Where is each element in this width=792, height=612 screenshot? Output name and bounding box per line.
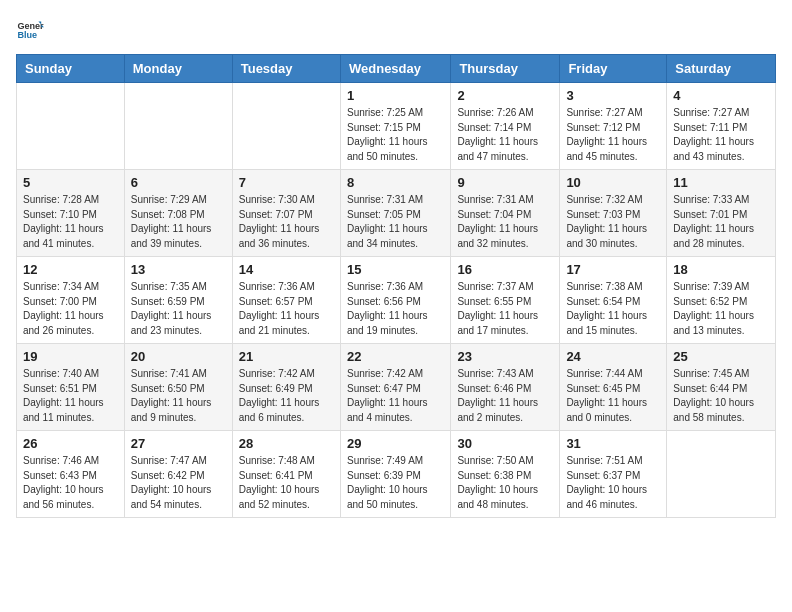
calendar-cell: 14Sunrise: 7:36 AM Sunset: 6:57 PM Dayli… [232,257,340,344]
calendar-cell [667,431,776,518]
calendar-week-row: 26Sunrise: 7:46 AM Sunset: 6:43 PM Dayli… [17,431,776,518]
day-info: Sunrise: 7:28 AM Sunset: 7:10 PM Dayligh… [23,193,118,251]
day-number: 18 [673,262,769,277]
calendar-cell: 16Sunrise: 7:37 AM Sunset: 6:55 PM Dayli… [451,257,560,344]
day-info: Sunrise: 7:32 AM Sunset: 7:03 PM Dayligh… [566,193,660,251]
day-number: 2 [457,88,553,103]
day-number: 25 [673,349,769,364]
day-info: Sunrise: 7:47 AM Sunset: 6:42 PM Dayligh… [131,454,226,512]
calendar-cell: 3Sunrise: 7:27 AM Sunset: 7:12 PM Daylig… [560,83,667,170]
day-number: 14 [239,262,334,277]
day-number: 20 [131,349,226,364]
calendar-cell: 19Sunrise: 7:40 AM Sunset: 6:51 PM Dayli… [17,344,125,431]
day-info: Sunrise: 7:43 AM Sunset: 6:46 PM Dayligh… [457,367,553,425]
day-info: Sunrise: 7:25 AM Sunset: 7:15 PM Dayligh… [347,106,444,164]
column-header-tuesday: Tuesday [232,55,340,83]
calendar-cell: 17Sunrise: 7:38 AM Sunset: 6:54 PM Dayli… [560,257,667,344]
column-header-wednesday: Wednesday [340,55,450,83]
calendar-cell: 10Sunrise: 7:32 AM Sunset: 7:03 PM Dayli… [560,170,667,257]
day-number: 3 [566,88,660,103]
day-number: 19 [23,349,118,364]
day-number: 12 [23,262,118,277]
day-info: Sunrise: 7:27 AM Sunset: 7:12 PM Dayligh… [566,106,660,164]
calendar-table: SundayMondayTuesdayWednesdayThursdayFrid… [16,54,776,518]
calendar-cell [124,83,232,170]
day-number: 26 [23,436,118,451]
day-info: Sunrise: 7:33 AM Sunset: 7:01 PM Dayligh… [673,193,769,251]
day-number: 23 [457,349,553,364]
logo: General Blue [16,16,44,44]
calendar-cell: 1Sunrise: 7:25 AM Sunset: 7:15 PM Daylig… [340,83,450,170]
calendar-cell: 21Sunrise: 7:42 AM Sunset: 6:49 PM Dayli… [232,344,340,431]
calendar-cell: 12Sunrise: 7:34 AM Sunset: 7:00 PM Dayli… [17,257,125,344]
day-number: 13 [131,262,226,277]
day-number: 8 [347,175,444,190]
day-info: Sunrise: 7:37 AM Sunset: 6:55 PM Dayligh… [457,280,553,338]
day-number: 11 [673,175,769,190]
calendar-cell [232,83,340,170]
calendar-cell: 15Sunrise: 7:36 AM Sunset: 6:56 PM Dayli… [340,257,450,344]
column-header-saturday: Saturday [667,55,776,83]
day-number: 9 [457,175,553,190]
day-info: Sunrise: 7:49 AM Sunset: 6:39 PM Dayligh… [347,454,444,512]
calendar-cell: 13Sunrise: 7:35 AM Sunset: 6:59 PM Dayli… [124,257,232,344]
calendar-cell: 11Sunrise: 7:33 AM Sunset: 7:01 PM Dayli… [667,170,776,257]
calendar-cell: 26Sunrise: 7:46 AM Sunset: 6:43 PM Dayli… [17,431,125,518]
calendar-cell: 25Sunrise: 7:45 AM Sunset: 6:44 PM Dayli… [667,344,776,431]
calendar-cell: 31Sunrise: 7:51 AM Sunset: 6:37 PM Dayli… [560,431,667,518]
day-number: 17 [566,262,660,277]
day-number: 1 [347,88,444,103]
calendar-header-row: SundayMondayTuesdayWednesdayThursdayFrid… [17,55,776,83]
day-info: Sunrise: 7:50 AM Sunset: 6:38 PM Dayligh… [457,454,553,512]
day-info: Sunrise: 7:41 AM Sunset: 6:50 PM Dayligh… [131,367,226,425]
day-number: 7 [239,175,334,190]
column-header-thursday: Thursday [451,55,560,83]
day-number: 31 [566,436,660,451]
day-number: 10 [566,175,660,190]
day-number: 4 [673,88,769,103]
day-info: Sunrise: 7:38 AM Sunset: 6:54 PM Dayligh… [566,280,660,338]
calendar-cell [17,83,125,170]
column-header-monday: Monday [124,55,232,83]
calendar-cell: 27Sunrise: 7:47 AM Sunset: 6:42 PM Dayli… [124,431,232,518]
calendar-cell: 22Sunrise: 7:42 AM Sunset: 6:47 PM Dayli… [340,344,450,431]
calendar-cell: 28Sunrise: 7:48 AM Sunset: 6:41 PM Dayli… [232,431,340,518]
calendar-cell: 29Sunrise: 7:49 AM Sunset: 6:39 PM Dayli… [340,431,450,518]
calendar-week-row: 5Sunrise: 7:28 AM Sunset: 7:10 PM Daylig… [17,170,776,257]
day-info: Sunrise: 7:34 AM Sunset: 7:00 PM Dayligh… [23,280,118,338]
day-info: Sunrise: 7:36 AM Sunset: 6:56 PM Dayligh… [347,280,444,338]
calendar-cell: 30Sunrise: 7:50 AM Sunset: 6:38 PM Dayli… [451,431,560,518]
page-header: General Blue [16,16,776,44]
day-number: 30 [457,436,553,451]
logo-icon: General Blue [16,16,44,44]
day-number: 15 [347,262,444,277]
calendar-cell: 7Sunrise: 7:30 AM Sunset: 7:07 PM Daylig… [232,170,340,257]
day-info: Sunrise: 7:45 AM Sunset: 6:44 PM Dayligh… [673,367,769,425]
calendar-cell: 6Sunrise: 7:29 AM Sunset: 7:08 PM Daylig… [124,170,232,257]
day-info: Sunrise: 7:51 AM Sunset: 6:37 PM Dayligh… [566,454,660,512]
day-number: 22 [347,349,444,364]
calendar-cell: 2Sunrise: 7:26 AM Sunset: 7:14 PM Daylig… [451,83,560,170]
calendar-week-row: 1Sunrise: 7:25 AM Sunset: 7:15 PM Daylig… [17,83,776,170]
day-info: Sunrise: 7:39 AM Sunset: 6:52 PM Dayligh… [673,280,769,338]
calendar-cell: 8Sunrise: 7:31 AM Sunset: 7:05 PM Daylig… [340,170,450,257]
calendar-cell: 18Sunrise: 7:39 AM Sunset: 6:52 PM Dayli… [667,257,776,344]
day-number: 21 [239,349,334,364]
calendar-cell: 20Sunrise: 7:41 AM Sunset: 6:50 PM Dayli… [124,344,232,431]
day-info: Sunrise: 7:44 AM Sunset: 6:45 PM Dayligh… [566,367,660,425]
calendar-cell: 9Sunrise: 7:31 AM Sunset: 7:04 PM Daylig… [451,170,560,257]
calendar-cell: 23Sunrise: 7:43 AM Sunset: 6:46 PM Dayli… [451,344,560,431]
calendar-cell: 24Sunrise: 7:44 AM Sunset: 6:45 PM Dayli… [560,344,667,431]
day-info: Sunrise: 7:40 AM Sunset: 6:51 PM Dayligh… [23,367,118,425]
day-info: Sunrise: 7:29 AM Sunset: 7:08 PM Dayligh… [131,193,226,251]
calendar-week-row: 12Sunrise: 7:34 AM Sunset: 7:00 PM Dayli… [17,257,776,344]
day-number: 29 [347,436,444,451]
day-number: 6 [131,175,226,190]
day-info: Sunrise: 7:27 AM Sunset: 7:11 PM Dayligh… [673,106,769,164]
day-info: Sunrise: 7:42 AM Sunset: 6:49 PM Dayligh… [239,367,334,425]
day-info: Sunrise: 7:31 AM Sunset: 7:04 PM Dayligh… [457,193,553,251]
day-info: Sunrise: 7:30 AM Sunset: 7:07 PM Dayligh… [239,193,334,251]
calendar-cell: 5Sunrise: 7:28 AM Sunset: 7:10 PM Daylig… [17,170,125,257]
day-info: Sunrise: 7:26 AM Sunset: 7:14 PM Dayligh… [457,106,553,164]
day-info: Sunrise: 7:46 AM Sunset: 6:43 PM Dayligh… [23,454,118,512]
